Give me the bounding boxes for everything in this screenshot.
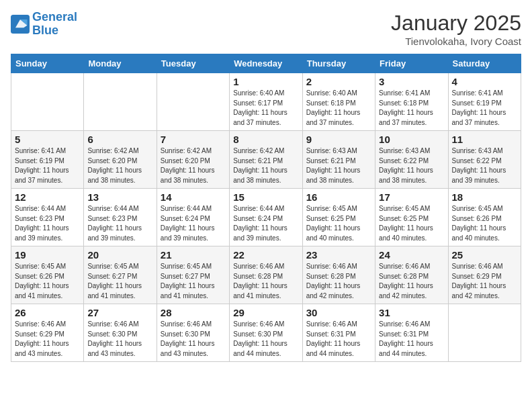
day-number: 14 bbox=[161, 191, 226, 203]
calendar-cell: 15Sunrise: 6:44 AMSunset: 6:24 PMDayligh… bbox=[230, 189, 302, 246]
day-number: 7 bbox=[161, 134, 226, 145]
logo-blue: Blue bbox=[32, 24, 77, 38]
day-number: 31 bbox=[379, 307, 444, 318]
calendar-cell: 16Sunrise: 6:45 AMSunset: 6:25 PMDayligh… bbox=[302, 189, 375, 246]
day-number: 28 bbox=[161, 307, 226, 318]
day-number: 29 bbox=[233, 307, 298, 318]
calendar-cell: 14Sunrise: 6:44 AMSunset: 6:24 PMDayligh… bbox=[157, 189, 229, 246]
day-info: Sunrise: 6:42 AMSunset: 6:21 PMDaylight:… bbox=[233, 146, 298, 185]
day-number: 15 bbox=[233, 191, 298, 203]
weekday-header-friday: Friday bbox=[375, 54, 448, 73]
day-info: Sunrise: 6:42 AMSunset: 6:20 PMDaylight:… bbox=[161, 146, 226, 185]
day-info: Sunrise: 6:46 AMSunset: 6:28 PMDaylight:… bbox=[233, 262, 298, 301]
day-number: 8 bbox=[233, 134, 298, 145]
calendar-cell: 3Sunrise: 6:41 AMSunset: 6:18 PMDaylight… bbox=[375, 73, 448, 131]
day-number: 20 bbox=[87, 249, 152, 261]
calendar-cell: 22Sunrise: 6:46 AMSunset: 6:28 PMDayligh… bbox=[230, 246, 302, 304]
calendar-cell: 8Sunrise: 6:42 AMSunset: 6:21 PMDaylight… bbox=[230, 131, 302, 189]
calendar-cell: 23Sunrise: 6:46 AMSunset: 6:28 PMDayligh… bbox=[302, 246, 375, 304]
day-info: Sunrise: 6:44 AMSunset: 6:23 PMDaylight:… bbox=[15, 204, 80, 243]
calendar-cell: 13Sunrise: 6:44 AMSunset: 6:23 PMDayligh… bbox=[84, 189, 157, 246]
day-info: Sunrise: 6:46 AMSunset: 6:31 PMDaylight:… bbox=[379, 320, 444, 359]
calendar-cell: 25Sunrise: 6:46 AMSunset: 6:29 PMDayligh… bbox=[448, 246, 521, 304]
day-number: 18 bbox=[452, 191, 517, 203]
title-block: January 2025 Tienvolokaha, Ivory Coast bbox=[391, 11, 521, 47]
calendar-cell: 21Sunrise: 6:45 AMSunset: 6:27 PMDayligh… bbox=[157, 246, 229, 304]
calendar-cell: 29Sunrise: 6:46 AMSunset: 6:30 PMDayligh… bbox=[230, 304, 302, 362]
calendar-cell: 20Sunrise: 6:45 AMSunset: 6:27 PMDayligh… bbox=[84, 246, 157, 304]
day-info: Sunrise: 6:46 AMSunset: 6:30 PMDaylight:… bbox=[161, 320, 226, 359]
calendar-cell: 18Sunrise: 6:45 AMSunset: 6:26 PMDayligh… bbox=[448, 189, 521, 246]
calendar-week-row: 12Sunrise: 6:44 AMSunset: 6:23 PMDayligh… bbox=[11, 189, 521, 246]
calendar-cell bbox=[157, 73, 229, 131]
calendar-cell: 30Sunrise: 6:46 AMSunset: 6:31 PMDayligh… bbox=[302, 304, 375, 362]
day-info: Sunrise: 6:45 AMSunset: 6:25 PMDaylight:… bbox=[306, 204, 371, 243]
day-number: 17 bbox=[379, 191, 444, 203]
day-info: Sunrise: 6:45 AMSunset: 6:27 PMDaylight:… bbox=[161, 262, 226, 301]
logo-icon bbox=[11, 15, 30, 34]
day-info: Sunrise: 6:45 AMSunset: 6:26 PMDaylight:… bbox=[15, 262, 80, 301]
day-info: Sunrise: 6:45 AMSunset: 6:27 PMDaylight:… bbox=[87, 262, 152, 301]
calendar-cell: 4Sunrise: 6:41 AMSunset: 6:19 PMDaylight… bbox=[448, 73, 521, 131]
day-number: 6 bbox=[87, 134, 152, 145]
location: Tienvolokaha, Ivory Coast bbox=[391, 36, 521, 47]
calendar-cell: 1Sunrise: 6:40 AMSunset: 6:17 PMDaylight… bbox=[230, 73, 302, 131]
calendar-week-row: 1Sunrise: 6:40 AMSunset: 6:17 PMDaylight… bbox=[11, 73, 521, 131]
calendar-table: SundayMondayTuesdayWednesdayThursdayFrid… bbox=[11, 54, 521, 362]
calendar-cell: 9Sunrise: 6:43 AMSunset: 6:21 PMDaylight… bbox=[302, 131, 375, 189]
day-info: Sunrise: 6:45 AMSunset: 6:26 PMDaylight:… bbox=[452, 204, 517, 243]
weekday-header-row: SundayMondayTuesdayWednesdayThursdayFrid… bbox=[11, 54, 521, 73]
day-info: Sunrise: 6:46 AMSunset: 6:29 PMDaylight:… bbox=[452, 262, 517, 301]
day-info: Sunrise: 6:43 AMSunset: 6:22 PMDaylight:… bbox=[379, 146, 444, 185]
day-info: Sunrise: 6:44 AMSunset: 6:23 PMDaylight:… bbox=[87, 204, 152, 243]
logo-general: General bbox=[32, 11, 77, 24]
day-number: 26 bbox=[15, 307, 80, 318]
calendar-cell: 2Sunrise: 6:40 AMSunset: 6:18 PMDaylight… bbox=[302, 73, 375, 131]
calendar-cell bbox=[11, 73, 84, 131]
day-number: 11 bbox=[452, 134, 517, 145]
calendar-cell: 6Sunrise: 6:42 AMSunset: 6:20 PMDaylight… bbox=[84, 131, 157, 189]
calendar-cell: 11Sunrise: 6:43 AMSunset: 6:22 PMDayligh… bbox=[448, 131, 521, 189]
day-info: Sunrise: 6:46 AMSunset: 6:28 PMDaylight:… bbox=[379, 262, 444, 301]
day-number: 19 bbox=[15, 249, 80, 261]
day-number: 24 bbox=[379, 249, 444, 261]
day-number: 30 bbox=[306, 307, 371, 318]
day-info: Sunrise: 6:46 AMSunset: 6:29 PMDaylight:… bbox=[15, 320, 80, 359]
day-info: Sunrise: 6:40 AMSunset: 6:18 PMDaylight:… bbox=[306, 89, 371, 128]
day-number: 5 bbox=[15, 134, 80, 145]
calendar-cell: 24Sunrise: 6:46 AMSunset: 6:28 PMDayligh… bbox=[375, 246, 448, 304]
calendar-cell bbox=[84, 73, 157, 131]
weekday-header-wednesday: Wednesday bbox=[230, 54, 302, 73]
calendar-cell bbox=[448, 304, 521, 362]
day-info: Sunrise: 6:44 AMSunset: 6:24 PMDaylight:… bbox=[233, 204, 298, 243]
day-info: Sunrise: 6:41 AMSunset: 6:19 PMDaylight:… bbox=[15, 146, 80, 185]
day-number: 4 bbox=[452, 76, 517, 87]
day-number: 12 bbox=[15, 191, 80, 203]
calendar-cell: 26Sunrise: 6:46 AMSunset: 6:29 PMDayligh… bbox=[11, 304, 84, 362]
day-info: Sunrise: 6:41 AMSunset: 6:19 PMDaylight:… bbox=[452, 89, 517, 128]
day-number: 2 bbox=[306, 76, 371, 87]
logo: General Blue bbox=[11, 11, 77, 38]
day-info: Sunrise: 6:46 AMSunset: 6:31 PMDaylight:… bbox=[306, 320, 371, 359]
calendar-week-row: 5Sunrise: 6:41 AMSunset: 6:19 PMDaylight… bbox=[11, 131, 521, 189]
day-number: 21 bbox=[161, 249, 226, 261]
day-number: 16 bbox=[306, 191, 371, 203]
calendar-cell: 31Sunrise: 6:46 AMSunset: 6:31 PMDayligh… bbox=[375, 304, 448, 362]
day-info: Sunrise: 6:40 AMSunset: 6:17 PMDaylight:… bbox=[233, 89, 298, 128]
weekday-header-tuesday: Tuesday bbox=[157, 54, 229, 73]
calendar-cell: 7Sunrise: 6:42 AMSunset: 6:20 PMDaylight… bbox=[157, 131, 229, 189]
page-header: General Blue January 2025 Tienvolokaha, … bbox=[11, 11, 521, 47]
day-info: Sunrise: 6:42 AMSunset: 6:20 PMDaylight:… bbox=[87, 146, 152, 185]
calendar-week-row: 19Sunrise: 6:45 AMSunset: 6:26 PMDayligh… bbox=[11, 246, 521, 304]
day-number: 1 bbox=[233, 76, 298, 87]
day-number: 22 bbox=[233, 249, 298, 261]
calendar-cell: 12Sunrise: 6:44 AMSunset: 6:23 PMDayligh… bbox=[11, 189, 84, 246]
day-number: 3 bbox=[379, 76, 444, 87]
day-number: 13 bbox=[87, 191, 152, 203]
day-number: 25 bbox=[452, 249, 517, 261]
day-info: Sunrise: 6:44 AMSunset: 6:24 PMDaylight:… bbox=[161, 204, 226, 243]
day-number: 9 bbox=[306, 134, 371, 145]
day-number: 10 bbox=[379, 134, 444, 145]
weekday-header-monday: Monday bbox=[84, 54, 157, 73]
weekday-header-saturday: Saturday bbox=[448, 54, 521, 73]
